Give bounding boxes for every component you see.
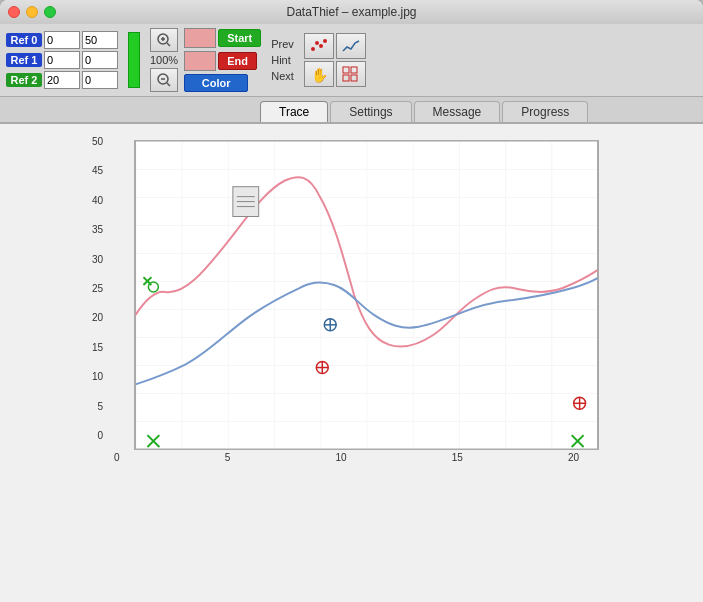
maximize-button[interactable] [44,6,56,18]
refs-section: Ref 0 Ref 1 Ref 2 [6,31,118,89]
ref0-val2[interactable] [82,31,118,49]
app-window: DataThief – example.jpg Ref 0 Ref 1 Ref … [0,0,703,602]
titlebar: DataThief – example.jpg [0,0,703,24]
svg-rect-12 [343,67,349,73]
magnify-minus-icon [156,72,172,88]
next-button[interactable]: Next [267,69,298,83]
y-label-0: 0 [98,430,104,441]
svg-rect-13 [351,67,357,73]
main-content: 50 45 40 35 30 25 20 15 10 5 0 [0,124,703,602]
x-label-0: 0 [114,452,120,463]
dots-icon [309,37,329,55]
ref2-val1[interactable] [44,71,80,89]
svg-point-10 [323,39,327,43]
y-label-10: 10 [92,371,103,382]
ref0-label: Ref 0 [6,33,42,47]
y-label-50: 50 [92,136,103,147]
magnify-plus-icon [156,32,172,48]
svg-rect-15 [351,75,357,81]
tab-settings[interactable]: Settings [330,101,411,122]
hint-button[interactable]: Hint [267,53,298,67]
zoom-in-button[interactable] [150,28,178,52]
zoom-out-button[interactable] [150,68,178,92]
ref1-label: Ref 1 [6,53,42,67]
end-color-row: End [184,51,261,71]
hand-icon: ✋ [309,65,329,83]
ref1-val1[interactable] [44,51,80,69]
ref1-val2[interactable] [82,51,118,69]
chart-area[interactable] [134,140,599,450]
y-label-45: 45 [92,165,103,176]
end-button[interactable]: End [218,52,257,70]
icon-row-bottom: ✋ [304,61,366,87]
scatter-icon-button[interactable] [304,33,334,59]
x-label-5: 5 [225,452,231,463]
zoom-section: 100% [150,28,178,92]
ref1-row: Ref 1 [6,51,118,69]
y-axis-labels: 50 45 40 35 30 25 20 15 10 5 0 [92,136,103,441]
zoom-label: 100% [150,54,178,66]
ref0-row: Ref 0 [6,31,118,49]
svg-line-6 [167,83,170,86]
svg-text:✋: ✋ [311,67,329,83]
control-section: Start End Color [184,28,261,92]
toolbar: Ref 0 Ref 1 Ref 2 [0,24,703,97]
y-label-15: 15 [92,342,103,353]
x-axis-labels: 0 5 10 15 20 [114,450,579,463]
y-label-40: 40 [92,195,103,206]
icon-row-top [304,33,366,59]
svg-line-3 [167,43,170,46]
ref2-label: Ref 2 [6,73,42,87]
minimize-button[interactable] [26,6,38,18]
window-title: DataThief – example.jpg [286,5,416,19]
y-label-5: 5 [98,401,104,412]
color-preview [184,28,216,48]
svg-rect-16 [136,141,598,449]
x-label-10: 10 [335,452,346,463]
nav-section: Prev Hint Next [267,37,298,83]
tab-progress[interactable]: Progress [502,101,588,122]
hand-icon-button[interactable]: ✋ [304,61,334,87]
color-preview2 [184,51,216,71]
icon-section: ✋ [304,33,366,87]
tabs-bar: Trace Settings Message Progress [0,97,703,124]
close-button[interactable] [8,6,20,18]
grid-icon [341,65,361,83]
y-label-20: 20 [92,312,103,323]
tab-message[interactable]: Message [414,101,501,122]
x-label-15: 15 [452,452,463,463]
grid-icon-button[interactable] [336,61,366,87]
y-label-30: 30 [92,254,103,265]
tab-trace[interactable]: Trace [260,101,328,122]
ref2-row: Ref 2 [6,71,118,89]
chart-svg [135,141,598,449]
ref2-val2[interactable] [82,71,118,89]
svg-rect-14 [343,75,349,81]
prev-button[interactable]: Prev [267,37,298,51]
color-button[interactable]: Color [184,74,248,92]
svg-point-8 [315,41,319,45]
color-row: Start [184,28,261,48]
start-button[interactable]: Start [218,29,261,47]
x-label-20: 20 [568,452,579,463]
y-label-35: 35 [92,224,103,235]
svg-point-7 [311,47,315,51]
line-icon [341,37,361,55]
line-chart-icon-button[interactable] [336,33,366,59]
green-indicator [128,32,140,88]
color-btn-row: Color [184,74,261,92]
svg-point-9 [319,44,323,48]
ref0-val1[interactable] [44,31,80,49]
y-label-25: 25 [92,283,103,294]
